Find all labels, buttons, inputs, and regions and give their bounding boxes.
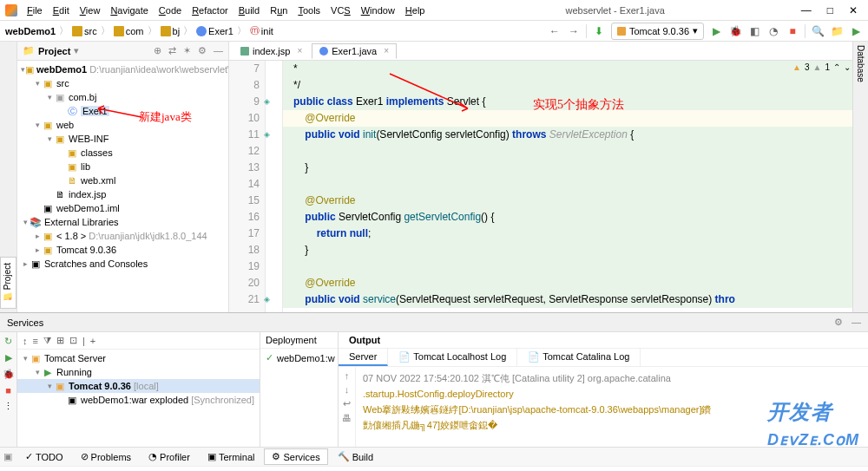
collapse-icon[interactable]: ✶	[183, 45, 191, 56]
tree-package[interactable]: ▾▣com.bj	[17, 90, 228, 104]
debug-icon[interactable]: 🐞	[3, 369, 15, 380]
run-icon[interactable]: ▶	[5, 352, 12, 363]
breadcrumb-module[interactable]: webDemo1	[5, 26, 56, 36]
menu-navigate[interactable]: Navigate	[106, 3, 152, 17]
run-icon[interactable]: ▶	[709, 24, 723, 38]
filter-icon[interactable]: ⧩	[43, 335, 51, 346]
group-icon[interactable]: ⊞	[56, 335, 64, 346]
project-panel-title: Project	[38, 46, 70, 56]
tree-web[interactable]: ▾▣web	[17, 118, 228, 132]
breadcrumb-method[interactable]: init	[261, 26, 273, 36]
update-icon[interactable]: ▶	[849, 24, 863, 38]
profile-icon[interactable]: ◔	[766, 24, 780, 38]
close-tab-icon[interactable]: ×	[384, 46, 389, 56]
hide-icon[interactable]: —	[214, 45, 223, 56]
maximize-icon[interactable]: □	[827, 4, 833, 16]
services-tree[interactable]: ▾▣Tomcat Server ▾▶Running ▾▣Tomcat 9.0.3…	[17, 350, 260, 409]
stop-icon[interactable]: ■	[786, 24, 799, 38]
wrap-icon[interactable]: ↩	[343, 398, 351, 409]
settings-icon[interactable]: ⚙	[198, 45, 207, 56]
code-content[interactable]: **/public class Exer1 implements Servlet…	[283, 61, 856, 312]
expand-icon[interactable]: ⇄	[168, 45, 176, 56]
window-controls: — □ ✕	[801, 4, 863, 16]
menu-build[interactable]: Build	[234, 3, 264, 17]
tree-webinf[interactable]: ▾▣WEB-INF	[17, 132, 228, 146]
tree-webxml[interactable]: 🗎web.xml	[17, 173, 228, 187]
back-icon[interactable]: ←	[548, 24, 562, 38]
rerun-icon[interactable]: ↻	[4, 336, 12, 347]
tree-module[interactable]: ▾▣webDemo1 D:\ruanjian\idea\work\webserv…	[17, 62, 228, 76]
print-icon[interactable]: 🖶	[342, 413, 352, 423]
tree-external-libs[interactable]: ▾📚External Libraries	[17, 215, 228, 229]
svc-tomcat-instance[interactable]: ▾▣Tomcat 9.0.36 [local]	[17, 379, 260, 393]
tree-tomcat-lib[interactable]: ▸▣Tomcat 9.0.36	[17, 243, 228, 257]
menu-window[interactable]: Window	[357, 3, 399, 17]
forward-icon[interactable]: →	[567, 24, 581, 38]
scroll-up-icon[interactable]: ↑	[345, 370, 350, 381]
tree-jdk[interactable]: ▸▣< 1.8 > D:\ruanjian\jdk\jdk1.8.0_144	[17, 229, 228, 243]
tree-scratches[interactable]: ▸▣Scratches and Consoles	[17, 257, 228, 271]
class-icon	[196, 26, 207, 36]
deployment-item[interactable]: ✓webDemo1:w	[260, 349, 338, 367]
breadcrumb-src[interactable]: src	[84, 26, 97, 36]
menu-view[interactable]: View	[76, 3, 105, 17]
minimize-icon[interactable]: —	[801, 4, 812, 16]
run-config-selector[interactable]: Tomcat 9.0.36 ▾	[611, 23, 704, 40]
console-output[interactable]: 07 NOV 2022 17:54:20.102 淇℃伅 [Catalina u…	[356, 367, 868, 447]
breadcrumb-class[interactable]: Exer1	[208, 26, 233, 36]
project-tree[interactable]: ▾▣webDemo1 D:\ruanjian\idea\work\webserv…	[17, 61, 228, 312]
tree-lib[interactable]: ▣lib	[17, 160, 228, 173]
collapse-icon[interactable]: ≡	[33, 336, 38, 346]
menu-vcs[interactable]: VCS	[326, 3, 355, 17]
sidebar-tab-project[interactable]: 📁 Project	[0, 257, 16, 309]
close-icon[interactable]: ✕	[849, 4, 858, 16]
view-icon[interactable]: ⊡	[69, 335, 77, 346]
svc-tomcat-server[interactable]: ▾▣Tomcat Server	[17, 351, 260, 365]
settings-icon[interactable]: 📁	[830, 24, 844, 38]
out-tab-server[interactable]: Server	[339, 349, 388, 366]
select-opened-icon[interactable]: ⊕	[154, 45, 161, 56]
add-icon[interactable]: +	[90, 336, 95, 346]
bottom-tab-build[interactable]: 🔨 Build	[330, 448, 381, 465]
out-tab-catalina[interactable]: 📄 Tomcat Catalina Log	[517, 349, 641, 366]
bottom-tab-problems[interactable]: ⊘ Problems	[73, 448, 139, 465]
tree-class-exer1[interactable]: ⒸExer1	[17, 104, 228, 118]
coverage-icon[interactable]: ◧	[747, 24, 761, 38]
svc-running[interactable]: ▾▶Running	[17, 365, 260, 379]
dropdown-icon[interactable]: ▾	[74, 45, 79, 56]
menu-tools[interactable]: Tools	[293, 3, 325, 17]
bottom-tab-profiler[interactable]: ◔ Profiler	[141, 448, 198, 465]
menu-code[interactable]: Code	[155, 3, 186, 17]
breadcrumb-bj[interactable]: bj	[173, 26, 181, 36]
search-icon[interactable]: 🔍	[811, 24, 825, 38]
tree-classes[interactable]: ▣classes	[17, 146, 228, 160]
tree-iml[interactable]: ▣webDemo1.iml	[17, 201, 228, 215]
sidebar-tab-database[interactable]: Database	[856, 45, 865, 82]
bottom-tab-todo[interactable]: ✓ TODO	[17, 448, 71, 465]
hide-icon[interactable]: —	[852, 317, 861, 328]
breadcrumb-com[interactable]: com	[126, 26, 144, 36]
bottom-tab-terminal[interactable]: ▣ Terminal	[200, 448, 263, 465]
bottom-tab-services[interactable]: ⚙ Services	[264, 448, 327, 465]
tree-indexjsp[interactable]: 🗎index.jsp	[17, 187, 228, 201]
menu-edit[interactable]: Edit	[49, 3, 74, 17]
tab-exer1java[interactable]: Exer1.java×	[312, 43, 397, 59]
menu-refactor[interactable]: Refactor	[187, 3, 233, 17]
tab-indexjsp[interactable]: index.jsp×	[233, 43, 310, 59]
scroll-down-icon[interactable]: ↓	[345, 384, 350, 395]
out-tab-localhost[interactable]: 📄 Tomcat Localhost Log	[388, 349, 517, 366]
menu-run[interactable]: Run	[266, 3, 292, 17]
more-icon[interactable]: ⋮	[3, 401, 13, 412]
close-tab-icon[interactable]: ×	[297, 46, 302, 56]
svc-artifact[interactable]: ▣webDemo1:war exploded [Synchronized]	[17, 393, 260, 407]
inspection-indicators[interactable]: ▲3 ▲1 ⌃⌄	[792, 62, 851, 72]
menu-file[interactable]: File	[23, 3, 47, 17]
settings-icon[interactable]: ⚙	[834, 317, 843, 328]
code-editor[interactable]: 789◈1011◈12131415161718192021◈ **/public…	[229, 61, 868, 312]
stop-icon[interactable]: ■	[5, 385, 11, 396]
tree-src[interactable]: ▾▣src	[17, 76, 228, 90]
debug-icon[interactable]: 🐞	[728, 24, 742, 38]
expand-icon[interactable]: ↕	[23, 336, 28, 346]
menu-help[interactable]: Help	[401, 3, 430, 17]
build-icon[interactable]: ⬇	[592, 24, 606, 38]
